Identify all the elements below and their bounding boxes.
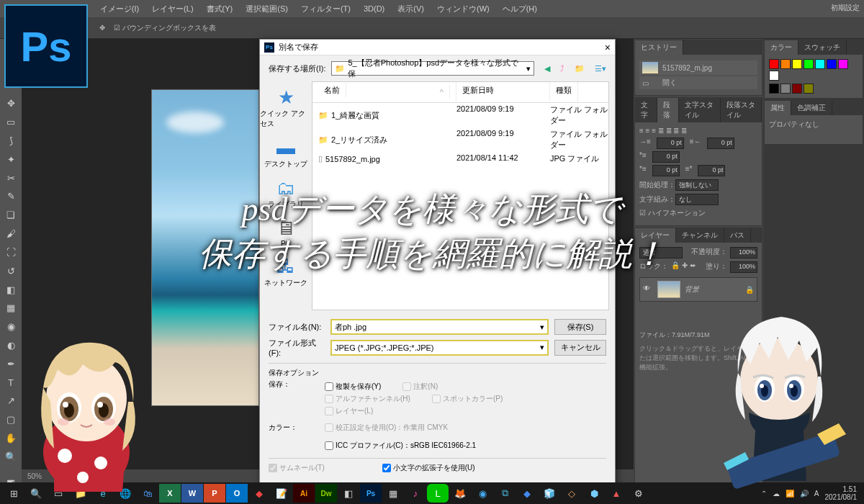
healing-tool-icon[interactable]: ❏ — [3, 208, 19, 222]
col-name[interactable]: 名前 ^ — [312, 82, 456, 102]
app-icon[interactable]: ◆ — [248, 484, 270, 503]
tab-char[interactable]: 文字 — [635, 98, 657, 122]
swatch[interactable] — [792, 84, 802, 94]
tab-para[interactable]: 段落 — [657, 98, 680, 122]
crop-tool-icon[interactable]: ✂ — [3, 171, 19, 185]
wand-tool-icon[interactable]: ✦ — [3, 152, 19, 166]
format-combo[interactable]: JPEG (*.JPG;*.JPEG;*.JPE)▾ — [330, 340, 549, 356]
chk-lowercase[interactable]: 小文字の拡張子を使用(U) — [382, 463, 475, 473]
note-icon[interactable]: 📝 — [271, 484, 292, 503]
word-icon[interactable]: W — [181, 484, 203, 503]
app-icon[interactable]: 🧊 — [539, 484, 560, 503]
swatch[interactable] — [804, 59, 814, 69]
app-icon[interactable]: ◆ — [516, 484, 538, 503]
menu-help[interactable]: ヘルプ(H) — [503, 4, 537, 14]
app-icon[interactable]: ◉ — [472, 484, 493, 503]
tab-adjustments[interactable]: 色調補正 — [791, 101, 832, 115]
kinsoku-select[interactable]: 強制しない — [675, 179, 719, 191]
filename-combo[interactable]: 者ph .jpg▾ — [330, 319, 549, 335]
swatch[interactable] — [769, 84, 779, 94]
app-icon[interactable]: ◇ — [561, 484, 582, 503]
file-row[interactable]: 📁2_リサイズ済み2021/08/09 9:19ファイル フォルダー — [312, 127, 608, 152]
place-network[interactable]: 🖧ネットワーク — [264, 256, 307, 288]
vscode-icon[interactable]: ⧉ — [494, 484, 516, 503]
newfolder-icon[interactable]: 📁 — [575, 64, 585, 73]
save-button[interactable]: 保存(S) — [554, 319, 606, 335]
chk-icc[interactable]: ICC プロファイル(C)：sRGB IEC61966-2.1 — [325, 441, 476, 451]
swatch[interactable] — [792, 59, 802, 69]
swatch[interactable] — [780, 84, 791, 94]
menu-filter[interactable]: フィルター(T) — [301, 4, 351, 14]
up-icon[interactable]: ⤴ — [560, 64, 564, 73]
chk-copy[interactable]: 複製を保存(Y) — [325, 382, 381, 392]
tab-layers[interactable]: レイヤー — [635, 228, 676, 243]
cancel-button[interactable]: キャンセル — [554, 340, 606, 356]
location-combo[interactable]: 📁 5_【忍者Photoshop】psdデータを様々な形式で保 ▾ — [331, 61, 534, 76]
menu-select[interactable]: 選択範囲(S) — [246, 4, 288, 14]
photoshop-icon[interactable]: Ps — [360, 484, 382, 503]
layer-background[interactable]: 👁 背景 🔒 — [639, 277, 757, 302]
place-pc[interactable]: 🖥PC — [274, 218, 297, 248]
lasso-tool-icon[interactable]: ⟆ — [3, 134, 19, 148]
tab-history[interactable]: ヒストリー — [635, 40, 683, 55]
outlook-icon[interactable]: O — [226, 484, 248, 503]
tab-parastyle[interactable]: 段落スタイル — [721, 98, 762, 122]
move-tool-icon[interactable]: ✥ — [3, 96, 19, 111]
col-type[interactable]: 種類 — [550, 82, 578, 102]
chk-annot[interactable]: 注釈(N) — [402, 382, 438, 392]
eraser-tool-icon[interactable]: ◧ — [3, 282, 19, 297]
menu-layer[interactable]: レイヤー(L) — [152, 4, 193, 14]
brush-tool-icon[interactable]: 🖌 — [3, 227, 19, 241]
history-root[interactable]: 5157892_m.jpg — [639, 60, 757, 75]
app-icon[interactable]: 🦊 — [449, 484, 471, 503]
powerpoint-icon[interactable]: P — [204, 484, 225, 503]
dialog-titlebar[interactable]: Ps 別名で保存 × — [260, 40, 615, 55]
itunes-icon[interactable]: ♪ — [405, 484, 426, 503]
mojikumi-select[interactable]: なし — [675, 194, 719, 205]
swatch[interactable] — [769, 71, 779, 81]
document-image[interactable] — [151, 89, 259, 406]
gradient-tool-icon[interactable]: ▦ — [3, 301, 19, 315]
workspace-label[interactable]: 初期設定 — [831, 3, 860, 13]
marquee-tool-icon[interactable]: ▭ — [3, 115, 19, 130]
history-step[interactable]: ▭開く — [639, 76, 757, 89]
swatch[interactable] — [838, 59, 848, 69]
swatch[interactable] — [827, 59, 837, 69]
menu-view[interactable]: 表示(V) — [397, 4, 424, 14]
app-icon[interactable]: ⚙ — [628, 484, 649, 503]
app-icon[interactable]: ⬢ — [583, 484, 605, 503]
app-icon[interactable]: ▦ — [382, 484, 404, 503]
place-desktop[interactable]: ▬デスクトップ — [264, 138, 307, 169]
tab-properties[interactable]: 属性 — [765, 101, 791, 115]
file-list[interactable]: 名前 ^ 更新日時 種類 📁1_綺麗な画質2021/08/09 9:19ファイル… — [312, 81, 609, 310]
illustrator-icon[interactable]: Ai — [293, 484, 315, 503]
eyedropper-tool-icon[interactable]: ✎ — [3, 189, 19, 204]
tab-color[interactable]: カラー — [765, 40, 798, 55]
file-row[interactable]: ▯5157892_m.jpg2021/08/14 11:42JPG ファイル — [312, 152, 608, 166]
swatch[interactable] — [815, 59, 825, 69]
tab-swatch[interactable]: スウォッチ — [798, 40, 847, 55]
back-icon[interactable]: ◀ — [544, 64, 550, 73]
menu-image[interactable]: イメージ(I) — [100, 4, 139, 14]
stamp-tool-icon[interactable]: ⛶ — [3, 246, 19, 260]
dreamweaver-icon[interactable]: Dw — [315, 484, 337, 503]
swatch[interactable] — [780, 59, 791, 69]
swatch[interactable] — [804, 84, 814, 94]
view-icon[interactable]: ☰▾ — [595, 64, 606, 73]
eye-icon[interactable]: 👁 — [643, 284, 653, 294]
menu-type[interactable]: 書式(Y) — [207, 4, 233, 14]
blend-mode-select[interactable]: 通常 — [639, 247, 683, 258]
app-icon[interactable]: ▲ — [606, 484, 627, 503]
swatch[interactable] — [769, 59, 779, 69]
menu-window[interactable]: ウィンドウ(W) — [437, 4, 490, 14]
line-icon[interactable]: L — [427, 484, 449, 503]
opt-boundingbox[interactable]: ☑ バウンディングボックスを表 — [114, 23, 216, 33]
tab-charstyle[interactable]: 文字スタイル — [679, 98, 721, 122]
tab-channels[interactable]: チャンネル — [676, 228, 724, 243]
col-date[interactable]: 更新日時 — [456, 82, 550, 102]
place-quickaccess[interactable]: ★クイック アクセス — [260, 87, 312, 129]
menu-3d[interactable]: 3D(D) — [364, 4, 384, 13]
close-icon[interactable]: × — [605, 42, 611, 53]
place-library[interactable]: 🗂ライブラリ — [268, 178, 304, 210]
file-row[interactable]: 📁1_綺麗な画質2021/08/09 9:19ファイル フォルダー — [312, 103, 608, 127]
